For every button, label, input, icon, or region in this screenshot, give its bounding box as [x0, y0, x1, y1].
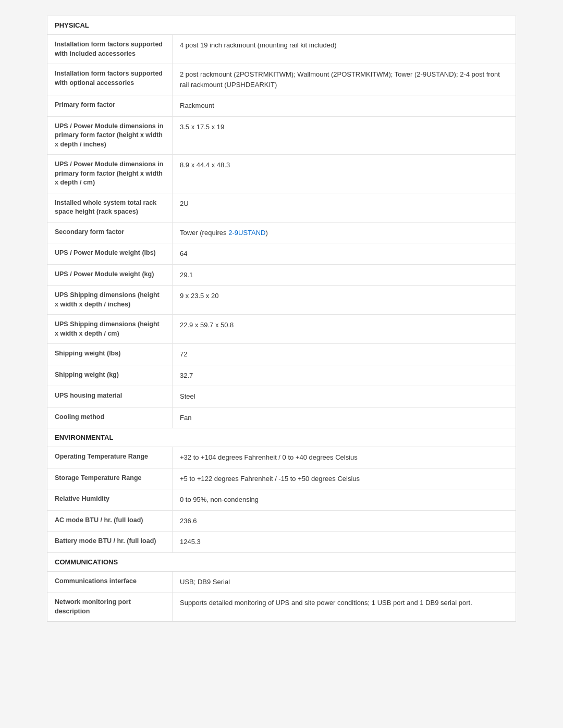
spec-label: UPS Shipping dimensions (height x width … — [47, 286, 173, 314]
spec-row: Network monitoring port descriptionSuppo… — [47, 593, 516, 621]
spec-label: Relative Humidity — [47, 489, 173, 510]
spec-row: UPS / Power Module weight (kg)29.1 — [47, 265, 516, 286]
spec-row: Installation form factors supported with… — [47, 35, 516, 64]
spec-label: Shipping weight (kg) — [47, 365, 173, 386]
spec-value: Steel — [173, 386, 516, 407]
spec-row: AC mode BTU / hr. (full load)236.6 — [47, 511, 516, 532]
spec-label: Installed whole system total rack space … — [47, 193, 173, 222]
spec-row: Storage Temperature Range+5 to +122 degr… — [47, 468, 516, 490]
spec-value: 4 post 19 inch rackmount (mounting rail … — [173, 35, 516, 64]
spec-label: Communications interface — [47, 572, 173, 593]
spec-value: 29.1 — [173, 265, 516, 286]
spec-row: Relative Humidity0 to 95%, non-condensin… — [47, 489, 516, 511]
spec-label: Operating Temperature Range — [47, 447, 173, 468]
spec-value: 236.6 — [173, 511, 516, 532]
spec-label: Network monitoring port description — [47, 593, 173, 621]
spec-label: Cooling method — [47, 408, 173, 428]
spec-value: +32 to +104 degrees Fahrenheit / 0 to +4… — [173, 447, 516, 468]
spec-value: 9 x 23.5 x 20 — [173, 286, 516, 314]
spec-value: 2 post rackmount (2POSTRMKITWM); Wallmou… — [173, 64, 516, 95]
spec-value: Rackmount — [173, 95, 516, 116]
spec-value: 1245.3 — [173, 532, 516, 552]
spec-row: UPS / Power Module dimensions in primary… — [47, 117, 516, 155]
spec-label: Installation form factors supported with… — [47, 35, 173, 64]
spec-label: Primary form factor — [47, 95, 173, 116]
spec-row: Communications interfaceUSB; DB9 Serial — [47, 572, 516, 593]
spec-value: Supports detailed monitoring of UPS and … — [173, 593, 516, 621]
spec-value: 72 — [173, 344, 516, 365]
spec-row: Battery mode BTU / hr. (full load)1245.3 — [47, 532, 516, 553]
spec-row: UPS Shipping dimensions (height x width … — [47, 315, 516, 344]
spec-row: Secondary form factorTower (requires 2-9… — [47, 223, 516, 244]
spec-row: UPS / Power Module dimensions in primary… — [47, 155, 516, 193]
spec-row: UPS / Power Module weight (lbs)64 — [47, 243, 516, 265]
secondary-form-factor-link[interactable]: 2-9USTAND — [228, 229, 265, 237]
section-header-communications: COMMUNICATIONS — [47, 553, 516, 572]
spec-label: Storage Temperature Range — [47, 468, 173, 489]
spec-value: 8.9 x 44.4 x 48.3 — [173, 155, 516, 193]
spec-label: UPS / Power Module dimensions in primary… — [47, 117, 173, 155]
spec-table: PHYSICALInstallation form factors suppor… — [47, 16, 516, 622]
section-header-environmental: ENVIRONMENTAL — [47, 428, 516, 447]
spec-value: Fan — [173, 408, 516, 428]
spec-label: AC mode BTU / hr. (full load) — [47, 511, 173, 532]
spec-value: +5 to +122 degrees Fahrenheit / -15 to +… — [173, 468, 516, 489]
spec-row: Cooling methodFan — [47, 408, 516, 429]
spec-row: Installation form factors supported with… — [47, 64, 516, 95]
spec-value: 64 — [173, 243, 516, 264]
spec-row: Shipping weight (lbs)72 — [47, 344, 516, 365]
spec-label: UPS housing material — [47, 386, 173, 407]
spec-value: 32.7 — [173, 365, 516, 386]
spec-value: USB; DB9 Serial — [173, 572, 516, 593]
spec-row: Primary form factorRackmount — [47, 95, 516, 117]
spec-label: UPS Shipping dimensions (height x width … — [47, 315, 173, 343]
spec-row: Installed whole system total rack space … — [47, 193, 516, 223]
spec-label: Battery mode BTU / hr. (full load) — [47, 532, 173, 552]
spec-row: Operating Temperature Range+32 to +104 d… — [47, 447, 516, 468]
spec-label: UPS / Power Module weight (lbs) — [47, 243, 173, 264]
spec-value: 2U — [173, 193, 516, 222]
spec-label: Secondary form factor — [47, 223, 173, 243]
spec-value: 22.9 x 59.7 x 50.8 — [173, 315, 516, 343]
spec-label: UPS / Power Module dimensions in primary… — [47, 155, 173, 193]
section-header-physical: PHYSICAL — [47, 16, 516, 35]
spec-label: UPS / Power Module weight (kg) — [47, 265, 173, 286]
spec-row: UPS housing materialSteel — [47, 386, 516, 408]
spec-row: Shipping weight (kg)32.7 — [47, 365, 516, 387]
spec-label: Shipping weight (lbs) — [47, 344, 173, 365]
spec-label: Installation form factors supported with… — [47, 64, 173, 95]
spec-value: 3.5 x 17.5 x 19 — [173, 117, 516, 155]
spec-value: Tower (requires 2-9USTAND) — [173, 223, 516, 243]
spec-value: 0 to 95%, non-condensing — [173, 489, 516, 510]
spec-row: UPS Shipping dimensions (height x width … — [47, 286, 516, 315]
